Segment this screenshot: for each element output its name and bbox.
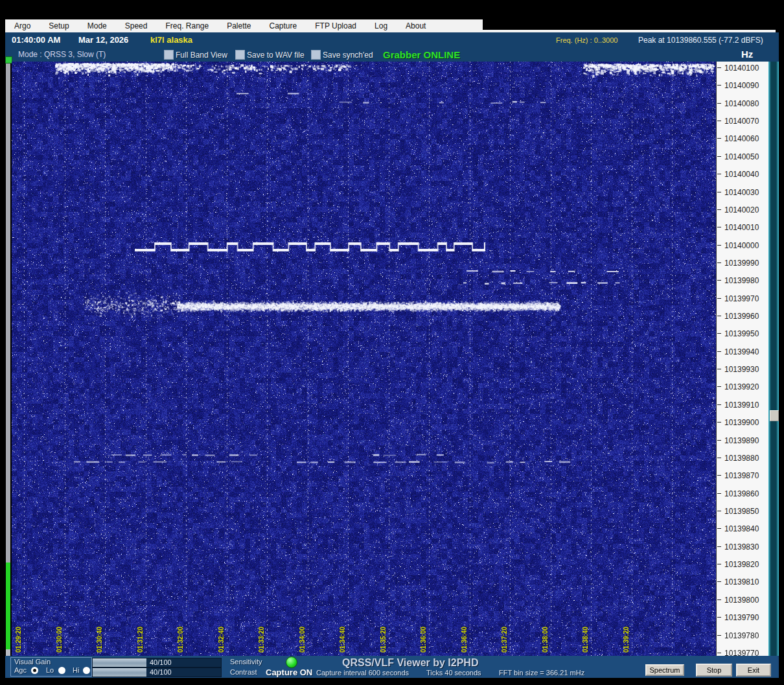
tick-mark [717,511,721,511]
tick-mark [717,103,721,104]
tick-mark [717,369,721,369]
tick-mark [717,617,721,618]
time-tick-label: 01:37:20 [501,627,508,653]
spectrum-button[interactable]: Spectrum [645,664,684,676]
peak-readout: Peak at 10139860.555 (-77.2 dBFS) [638,36,763,45]
freq-tick-value: 10140040 [724,170,759,179]
app-title: QRSS/VLF Viewer by I2PHD [342,657,478,669]
clock: 01:40:00 AM [12,35,60,45]
capture-state: Capture ON [266,668,312,677]
menu-item-argo[interactable]: Argo [5,21,40,30]
menu-item-freq-range[interactable]: Freq. Range [156,21,218,30]
tick-mark [717,333,721,334]
freq-tick: 10139960 [717,312,768,319]
tick-mark [717,458,721,458]
menu-item-log[interactable]: Log [365,21,397,30]
menu-item-palette[interactable]: Palette [218,21,260,30]
freq-tick: 10139830 [717,542,768,550]
freq-tick-value: 10139850 [724,507,759,516]
capture-led [286,656,297,668]
freq-tick-value: 10139970 [724,294,759,303]
time-tick-label: 01:30:40 [96,627,103,653]
status-bar: Visual Gain Agc Lo Hi 40/100 40/100 Sens… [5,656,779,678]
checkbox-save-synch-ed[interactable] [311,50,321,60]
frequency-axis: 1014010010140090101400801014007010140060… [716,62,768,656]
menu-item-setup[interactable]: Setup [40,21,78,30]
tick-mark [717,227,721,227]
time-tick-label: 01:34:40 [339,627,346,653]
freq-tick: 10139900 [717,418,768,426]
freq-tick: 10139890 [717,436,768,444]
freq-tick: 10139800 [717,596,768,603]
contrast-slider[interactable]: 40/100 [92,668,222,677]
freq-tick-value: 10140100 [724,64,759,73]
freq-tick-value: 10139870 [724,471,759,480]
argo-app-window: ArgoSetupModeSpeedFreq. RangePaletteCapt… [0,0,784,685]
tick-mark [717,422,721,423]
ticks-label: Ticks 40 seconds [426,669,481,677]
stop-button[interactable]: Stop [696,664,732,677]
freq-tick-value: 10139890 [724,436,759,445]
hi-radio[interactable] [83,667,90,674]
menu-item-speed[interactable]: Speed [116,21,157,30]
freq-tick-value: 10140030 [724,188,759,197]
freq-tick: 10139940 [717,347,768,355]
menu-item-about[interactable]: About [397,21,435,30]
freq-tick-value: 10139900 [724,418,759,427]
freq-tick-value: 10140070 [724,117,759,126]
freq-range-readout: Freq. (Hz) : 0..3000 [556,36,617,44]
tick-mark [717,386,721,387]
freq-tick-value: 10139810 [724,577,759,586]
freq-tick-value: 10139830 [724,542,759,551]
freq-tick-value: 10139820 [724,560,759,569]
freq-tick: 10139970 [717,294,768,302]
freq-tick-value: 10139940 [724,347,759,356]
time-tick-label: 01:30:00 [56,627,63,653]
time-tick-label: 01:38:40 [582,627,589,653]
freq-tick: 10140090 [717,81,768,89]
time-tick-label: 01:32:40 [218,627,225,653]
freq-tick-value: 10139780 [724,631,759,640]
freq-tick-value: 10139910 [724,401,759,410]
checkbox-save-to-wav-file[interactable] [235,50,245,60]
agc-radio[interactable] [31,667,38,674]
freq-tick: 10139980 [717,276,768,284]
visual-gain-label: Visual Gain [14,658,51,666]
freq-tick-value: 10139790 [724,613,759,622]
grabber-status: Grabber ONLINE [383,49,460,60]
menu-item-ftp-upload[interactable]: FTP Upload [306,21,365,30]
menu-item-capture[interactable]: Capture [260,21,306,30]
sensitivity-slider[interactable]: 40/100 [92,658,222,668]
freq-tick: 10140080 [717,99,768,107]
fft-bin-label: FFT bin size = 366.21 mHz [499,669,584,677]
time-tick-label: 01:31:20 [137,627,144,653]
time-tick-label: 01:34:00 [299,627,306,653]
checkbox-label: Save to WAV file [247,51,305,60]
freq-tick: 10139790 [717,613,768,621]
lo-radio-label: Lo [46,666,54,674]
scrollbar-thumb[interactable] [770,410,779,421]
tick-mark [717,85,721,86]
freq-tick: 10139910 [717,401,768,408]
spectrogram-waterfall[interactable] [12,62,716,656]
lo-radio[interactable] [58,667,65,674]
capture-interval-label: Capture interval 600 seconds [316,669,409,677]
freq-tick: 10139810 [717,577,768,585]
freq-tick: 10140020 [717,205,768,213]
tick-mark [717,351,721,352]
freq-tick-value: 10140080 [724,99,759,108]
menu-item-mode[interactable]: Mode [78,21,116,30]
tick-mark [717,564,721,564]
freq-tick-value: 10139950 [724,329,759,338]
freq-tick-value: 10139800 [724,596,759,605]
frequency-scrollbar[interactable] [768,62,779,656]
freq-tick-value: 10139880 [724,454,759,463]
sensitivity-value: 40/100 [150,658,172,667]
tick-mark [717,528,721,529]
tick-mark [717,653,721,653]
header-bar: 01:40:00 AM Mar 12, 2026 kl7l alaska Fre… [5,32,779,48]
checkbox-full-band-view[interactable] [164,50,174,60]
checkbox-label: Full Band View [176,51,227,60]
exit-button[interactable]: Exit [736,664,771,677]
hi-radio-label: Hi [73,666,79,674]
